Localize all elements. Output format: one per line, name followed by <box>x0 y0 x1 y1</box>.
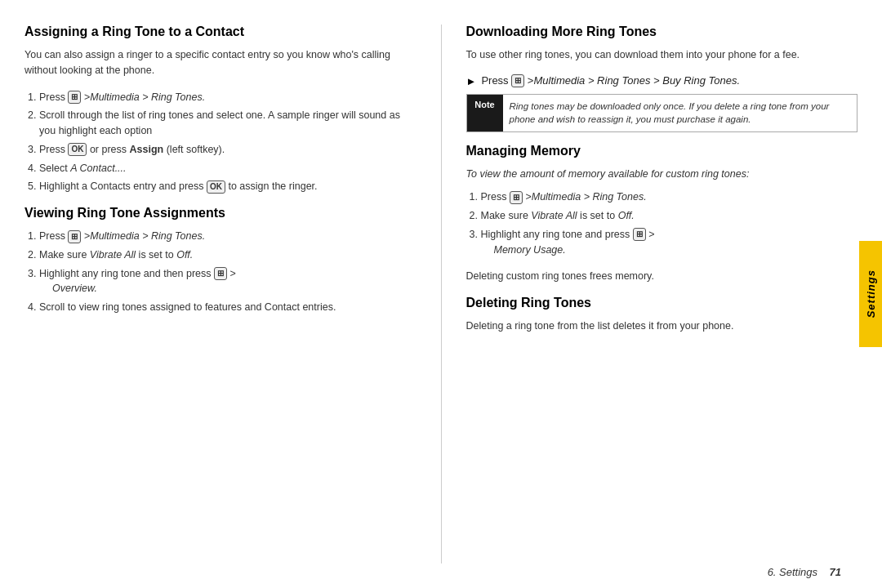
section-deleting-title: Deleting Ring Tones <box>466 296 858 310</box>
bullet-download-text: Press ⊞ >Multimedia > Ring Tones > Buy R… <box>481 74 740 88</box>
contact-label: A Contact.... <box>70 163 126 174</box>
list-item: Highlight any ring tone and press ⊞ > Me… <box>481 227 858 258</box>
list-item: Highlight a Contacts entry and press OK … <box>39 179 416 194</box>
section-downloading-intro: To use other ring tones, you can downloa… <box>466 47 858 63</box>
list-item: Highlight any ring tone and then press ⊞… <box>39 266 416 297</box>
section-assigning-steps: Press ⊞ >Multimedia > Ring Tones. Scroll… <box>24 90 416 195</box>
section-assigning: Assigning a Ring Tone to a Contact You c… <box>24 24 416 194</box>
menu-icon-v1: ⊞ <box>68 230 81 243</box>
menu-icon-d: ⊞ <box>511 74 524 87</box>
section-viewing-steps: Press ⊞ >Multimedia > Ring Tones. Make s… <box>24 229 416 315</box>
managing-intro: To view the amount of memory available f… <box>466 167 858 182</box>
list-item: Press ⊞ >Multimedia > Ring Tones. <box>481 189 858 205</box>
list-item: Press ⊞ >Multimedia > Ring Tones. <box>39 229 416 244</box>
ok-icon: OK <box>68 143 87 156</box>
arrow-icon: ► <box>466 75 477 87</box>
section-assigning-intro: You can also assign a ringer to a specif… <box>24 47 416 78</box>
download-path: Multimedia > Ring Tones > Buy Ring Tones… <box>533 74 740 87</box>
step1-path: Multimedia > Ring Tones. <box>90 91 205 103</box>
settings-sidebar-tab: Settings <box>859 241 882 347</box>
overview-label: Overview. <box>52 283 97 294</box>
footer-chapter: 6. Settings <box>768 566 817 578</box>
left-column: Assigning a Ring Tone to a Contact You c… <box>24 24 442 564</box>
vibrate-all-label: Vibrate All <box>90 249 136 261</box>
footer-page: 71 <box>830 566 841 578</box>
list-item: Scroll through the list of ring tones an… <box>39 108 416 139</box>
m-step1-path: Multimedia > Ring Tones. <box>532 191 647 203</box>
page-footer: 6. Settings 71 <box>768 566 841 578</box>
managing-steps: Press ⊞ >Multimedia > Ring Tones. Make s… <box>466 189 858 257</box>
menu-icon: ⊞ <box>68 91 81 104</box>
list-item: Make sure Vibrate All is set to Off. <box>481 208 858 224</box>
assign-label: Assign <box>130 144 164 155</box>
bullet-download: ► Press ⊞ >Multimedia > Ring Tones > Buy… <box>466 74 858 88</box>
note-content: Ring tones may be downloaded only once. … <box>503 95 858 131</box>
menu-icon-m3: ⊞ <box>633 228 646 241</box>
vibrate-all-m: Vibrate All <box>531 210 577 221</box>
section-assigning-title: Assigning a Ring Tone to a Contact <box>24 24 416 39</box>
section-downloading: Downloading More Ring Tones To use other… <box>466 24 858 132</box>
list-item: Select A Contact.... <box>39 161 416 176</box>
right-column: Downloading More Ring Tones To use other… <box>442 24 858 564</box>
off-label: Off. <box>176 249 193 261</box>
section-deleting: Deleting Ring Tones Deleting a ring tone… <box>466 296 858 334</box>
section-viewing: Viewing Ring Tone Assignments Press ⊞ >M… <box>24 206 416 315</box>
note-box: Note Ring tones may be downloaded only o… <box>466 94 858 131</box>
sidebar-tab-label: Settings <box>865 270 877 318</box>
managing-closing: Deleting custom ring tones frees memory. <box>466 269 858 284</box>
v-step1-path: Multimedia > Ring Tones. <box>90 230 205 242</box>
memory-usage-label: Memory Usage. <box>494 244 566 256</box>
section-managing: Managing Memory To view the amount of me… <box>466 144 858 285</box>
list-item: Make sure Vibrate All is set to Off. <box>39 247 416 263</box>
ok-icon2: OK <box>207 180 225 194</box>
list-item: Press ⊞ >Multimedia > Ring Tones. <box>39 90 416 105</box>
off-m: Off. <box>618 210 635 221</box>
page: Assigning a Ring Tone to a Contact You c… <box>0 0 882 588</box>
section-viewing-title: Viewing Ring Tone Assignments <box>24 206 416 220</box>
section-managing-title: Managing Memory <box>466 144 858 158</box>
section-downloading-title: Downloading More Ring Tones <box>466 24 858 39</box>
section-deleting-body: Deleting a ring tone from the list delet… <box>466 318 858 334</box>
list-item: Scroll to view ring tones assigned to fe… <box>39 300 416 315</box>
menu-icon-m1: ⊞ <box>510 191 523 204</box>
list-item: Press OK or press Assign (left softkey). <box>39 142 416 158</box>
note-label: Note <box>467 95 503 131</box>
menu-icon-v3: ⊞ <box>214 267 227 280</box>
